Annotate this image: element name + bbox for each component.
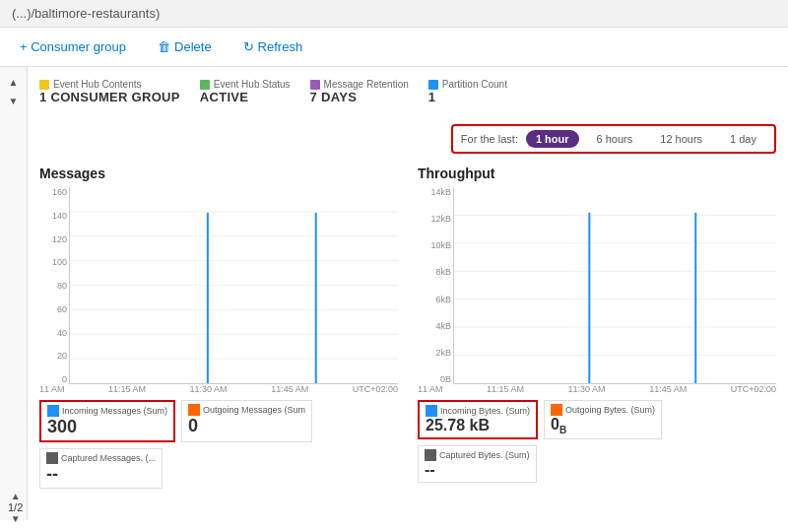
time-filter-label: For the last: (461, 133, 518, 145)
sidebar-up-arrow[interactable]: ▲ (7, 75, 21, 90)
outgoing-messages-value: 0 (188, 416, 305, 436)
incoming-messages-value: 300 (47, 417, 167, 437)
time-filter-6hours[interactable]: 6 hours (587, 130, 643, 148)
charts-row: Messages 160 140 120 100 80 60 40 20 0 (39, 166, 776, 489)
metric-color-partition (428, 80, 438, 90)
content-area: Event Hub Contents 1 CONSUMER GROUP Even… (28, 67, 788, 520)
messages-chart-title: Messages (39, 166, 398, 181)
throughput-x-axis: 11 AM 11:15 AM 11:30 AM 11:45 AM UTC+02:… (418, 384, 776, 394)
metric-hub-status: Event Hub Status ACTIVE (200, 79, 291, 104)
time-filter-1day[interactable]: 1 day (720, 130, 766, 148)
refresh-button[interactable]: ↻ Refresh (235, 35, 311, 58)
time-filter-12hours[interactable]: 12 hours (650, 130, 712, 148)
metric-color-hub-status (200, 80, 210, 90)
consumer-group-button[interactable]: + Consumer group (12, 35, 134, 58)
throughput-legend-outgoing: Outgoing Bytes. (Sum) 0B (544, 400, 662, 439)
metrics-bar: Event Hub Contents 1 CONSUMER GROUP Even… (39, 79, 776, 154)
metric-hub-contents: Event Hub Contents 1 CONSUMER GROUP (39, 79, 180, 104)
throughput-chart-title: Throughput (418, 166, 776, 181)
messages-legend-incoming: Incoming Messages (Sum) 300 (39, 400, 175, 442)
legend-outgoing-bytes-color (551, 404, 562, 416)
legend-outgoing-color (188, 404, 200, 416)
legend-captured-bytes-color (425, 449, 436, 461)
metric-value-hub-contents: 1 CONSUMER GROUP (39, 90, 180, 104)
refresh-icon: ↻ (243, 39, 254, 54)
legend-incoming-bytes-color (426, 405, 437, 417)
sidebar-down-arrow[interactable]: ▼ (7, 94, 21, 108)
metric-color-retention (310, 80, 320, 90)
metric-retention: Message Retention 7 DAYS (310, 79, 409, 104)
messages-legend-captured: Captured Messages. (... -- (39, 448, 163, 489)
page-title: (...)/baltimore-restaurants) (12, 6, 160, 21)
captured-messages-value: -- (46, 464, 156, 485)
messages-legend-outgoing: Outgoing Messages (Sum 0 (181, 400, 312, 442)
throughput-legend: Incoming Bytes. (Sum) 25.78 kB Outgoing … (418, 400, 776, 483)
metric-value-partition: 1 (428, 90, 507, 104)
metric-label-hub-contents: Event Hub Contents (39, 79, 180, 90)
metric-label-partition: Partition Count (428, 79, 507, 90)
time-filter-1hour[interactable]: 1 hour (526, 130, 579, 148)
main-content: ▲ ▼ Event Hub Contents 1 CONSUMER GROUP … (0, 67, 788, 520)
legend-captured-color (46, 452, 58, 464)
metric-color-hub-contents (39, 80, 49, 90)
messages-legend: Incoming Messages (Sum) 300 Outgoing Mes… (39, 400, 398, 489)
throughput-legend-incoming: Incoming Bytes. (Sum) 25.78 kB (418, 400, 538, 439)
throughput-chart-svg (453, 187, 776, 384)
delete-button[interactable]: 🗑 Delete (150, 35, 220, 58)
throughput-y-axis: 14kB 12kB 10kB 8kB 6kB 4kB 2kB 0B (418, 187, 451, 384)
messages-x-axis: 11 AM 11:15 AM 11:30 AM 11:45 AM UTC+02:… (39, 384, 398, 394)
legend-incoming-color (47, 405, 59, 417)
captured-bytes-value: -- (425, 461, 530, 479)
metric-label-retention: Message Retention (310, 79, 409, 90)
sidebar: ▲ ▼ (0, 67, 28, 520)
messages-y-axis: 160 140 120 100 80 60 40 20 0 (39, 187, 67, 384)
title-bar: (...)/baltimore-restaurants) (0, 0, 788, 28)
throughput-legend-captured: Captured Bytes. (Sum) -- (418, 445, 537, 483)
time-filter: For the last: 1 hour 6 hours 12 hours 1 … (451, 124, 776, 154)
toolbar: + Consumer group 🗑 Delete ↻ Refresh (0, 28, 788, 67)
metric-label-hub-status: Event Hub Status (200, 79, 291, 90)
metric-value-hub-status: ACTIVE (200, 90, 291, 104)
messages-chart-container: Messages 160 140 120 100 80 60 40 20 0 (39, 166, 398, 489)
metric-partition: Partition Count 1 (428, 79, 507, 104)
delete-icon: 🗑 (158, 39, 170, 54)
outgoing-bytes-value: 0B (551, 416, 655, 435)
messages-chart-svg (69, 187, 398, 384)
incoming-bytes-value: 25.78 kB (426, 417, 530, 434)
throughput-chart-container: Throughput 14kB 12kB 10kB 8kB 6kB 4kB 2k… (418, 166, 776, 489)
metric-value-retention: 7 DAYS (310, 90, 409, 104)
